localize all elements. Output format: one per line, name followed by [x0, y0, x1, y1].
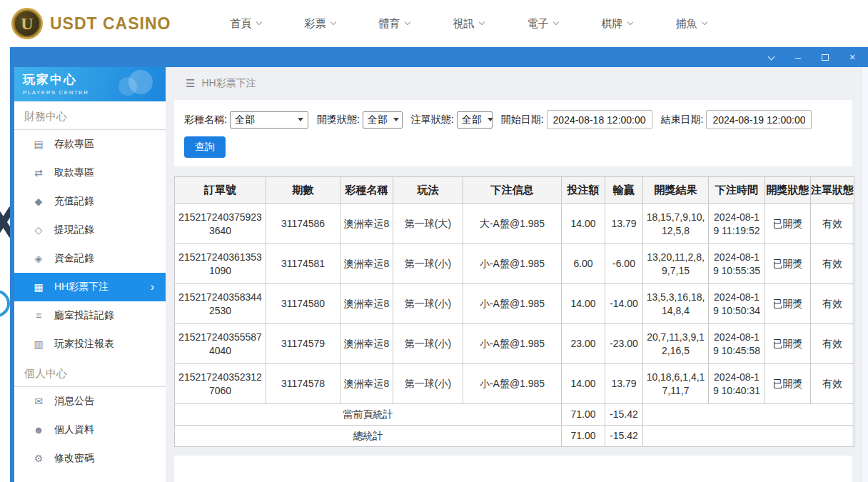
- query-button[interactable]: 查詢: [184, 136, 226, 158]
- order-status-select[interactable]: 全部: [457, 111, 493, 129]
- cell-win: -23.00: [605, 324, 643, 364]
- deposit-card-icon: ▤: [33, 139, 44, 150]
- nav-item-chess[interactable]: 棋牌: [580, 17, 654, 31]
- cell-bet_info: 小-A盤@1.985: [463, 324, 562, 364]
- cell-play: 第一球(大): [393, 204, 463, 244]
- column-header: 訂單號: [175, 177, 266, 204]
- sidebar-item-announcements[interactable]: ✉ 消息公告: [14, 387, 166, 416]
- cell-period: 31174579: [266, 324, 340, 364]
- end-date-label: 結束日期:: [661, 114, 704, 126]
- player-center-window: – × 玩家中心 PLAYERS CENTER 財務中心 ▤ 存款專區 ⇄ 取款…: [10, 47, 868, 482]
- nav-item-fishing[interactable]: 捕魚: [654, 17, 728, 31]
- sidebar-item-label: HH彩票下注: [54, 281, 108, 293]
- sidebar-item-hh-lottery-bet[interactable]: ▦ HH彩票下注 ›: [14, 273, 166, 301]
- cell-order_no: 2152172403613531090: [175, 244, 266, 284]
- cell-amount: 6.00: [562, 244, 605, 284]
- cell-play: 第一球(小): [393, 364, 463, 404]
- sidebar-item-deposit[interactable]: ▤ 存款專區: [14, 130, 166, 159]
- column-header: 輸贏: [605, 177, 643, 204]
- cell-lottery: 澳洲幸运8: [340, 204, 393, 244]
- chevron-down-icon: [488, 118, 493, 121]
- end-date-input[interactable]: [706, 110, 812, 129]
- order-status-label: 注單狀態:: [411, 114, 454, 126]
- recharge-record-icon: ◆: [33, 196, 44, 207]
- summary-label: 當前頁統計: [175, 404, 562, 426]
- column-header: 開獎結果: [643, 177, 709, 204]
- column-header: 投注額: [562, 177, 605, 204]
- summary-win-total: -15.42: [605, 426, 643, 447]
- sidebar-item-withdraw-record[interactable]: ◇ 提現記錄: [14, 216, 166, 244]
- background-circle-decoration: [0, 290, 10, 317]
- cell-draw_status: 已開獎: [765, 364, 811, 404]
- close-icon[interactable]: ×: [847, 51, 858, 63]
- page-title: HH彩票下注: [201, 77, 256, 90]
- cell-order_no: 2152172403583442530: [175, 284, 266, 324]
- chevron-down-icon: [298, 118, 303, 121]
- nav-item-lottery[interactable]: 彩票: [283, 17, 357, 31]
- cell-amount: 14.00: [562, 284, 605, 324]
- sidebar-item-label: 玩家投注報表: [54, 338, 114, 351]
- maximize-icon[interactable]: [819, 51, 831, 63]
- cell-period: 31174581: [266, 244, 340, 284]
- nav-item-label: 體育: [379, 17, 400, 31]
- chevron-down-icon: [478, 19, 484, 25]
- table-row: 215217240352312706031174578澳洲幸运8第一球(小)小-…: [175, 364, 854, 404]
- cell-result: 13,20,11,2,8,9,7,15: [643, 244, 709, 284]
- section-finance-center: 財務中心: [14, 101, 166, 130]
- brand-logo[interactable]: U USDT CASINO: [11, 8, 183, 39]
- nav-item-label: 電子: [528, 17, 549, 31]
- sidebar-subtitle: PLAYERS CENTER: [23, 89, 157, 96]
- draw-status-select[interactable]: 全部: [363, 111, 403, 129]
- nav-item-sports[interactable]: 體育: [357, 17, 431, 31]
- cell-play: 第一球(小): [393, 284, 463, 324]
- sidebar-item-recharge-record[interactable]: ◆ 充值記錄: [14, 187, 166, 216]
- cell-order_status: 有效: [811, 244, 854, 284]
- brand-name: USDT CASINO: [50, 14, 171, 34]
- nav-item-slots[interactable]: 電子: [505, 17, 580, 31]
- cell-time: 2024-08-19 10:45:58: [709, 324, 765, 364]
- cell-draw_status: 已開獎: [765, 284, 811, 324]
- cell-draw_status: 已開獎: [765, 244, 811, 284]
- lottery-name-select[interactable]: 全部: [230, 111, 308, 129]
- sidebar-item-funds-record[interactable]: ◈ 資金記錄: [14, 244, 166, 273]
- hamburger-menu-icon[interactable]: ☰: [186, 77, 195, 90]
- cell-order_status: 有效: [811, 324, 854, 364]
- nav-item-label: 彩票: [305, 17, 326, 31]
- sidebar-item-profile[interactable]: ☻ 個人資料: [14, 416, 166, 444]
- cell-win: -6.00: [605, 244, 643, 284]
- coin-logo-icon: U: [11, 8, 43, 39]
- cell-lottery: 澳洲幸运8: [340, 364, 393, 404]
- message-icon: ✉: [33, 396, 44, 407]
- start-date-input[interactable]: [547, 110, 652, 129]
- window-right-strip: [861, 67, 868, 482]
- withdraw-icon: ⇄: [33, 167, 44, 179]
- table-row: 215217240358344253031174580澳洲幸运8第一球(小)小-…: [175, 284, 854, 324]
- summary-win-total: -15.42: [605, 404, 643, 426]
- chevron-right-icon: ›: [151, 281, 154, 293]
- lottery-bet-icon: ▦: [33, 281, 44, 293]
- summary-bet-total: 71.00: [562, 426, 605, 447]
- collapse-icon[interactable]: [765, 51, 777, 63]
- sidebar-item-change-password[interactable]: ⚙ 修改密碼: [14, 444, 166, 473]
- summary-empty: [643, 404, 854, 426]
- sidebar-item-label: 消息公告: [54, 395, 94, 408]
- cell-result: 10,18,6,1,4,17,11,7: [643, 364, 709, 404]
- table-row: 215217240375923364031174586澳洲幸运8第一球(大)大-…: [175, 204, 854, 244]
- sidebar-item-withdraw[interactable]: ⇄ 取款專區: [14, 159, 166, 187]
- cell-amount: 14.00: [562, 204, 605, 244]
- lottery-name-label: 彩種名稱:: [184, 114, 227, 126]
- cell-bet_info: 大-A盤@1.985: [463, 204, 562, 244]
- chevron-down-icon: [701, 19, 707, 25]
- sidebar-item-room-bet-record[interactable]: ≡ 廳室投註記錄: [14, 301, 166, 330]
- minimize-icon[interactable]: –: [792, 51, 804, 63]
- nav-item-label: 棋牌: [602, 17, 623, 31]
- cell-lottery: 澳洲幸运8: [340, 284, 393, 324]
- start-date-label: 開始日期:: [501, 114, 544, 126]
- chevron-down-icon: [330, 19, 335, 25]
- lottery-name-value: 全部: [235, 114, 255, 126]
- nav-item-live[interactable]: 視訊: [431, 17, 505, 31]
- cell-lottery: 澳洲幸运8: [340, 324, 393, 364]
- nav-item-home[interactable]: 首頁: [208, 17, 283, 31]
- sidebar-item-player-bet-report[interactable]: ▥ 玩家投注報表: [14, 330, 166, 358]
- room-bet-record-icon: ≡: [33, 310, 44, 321]
